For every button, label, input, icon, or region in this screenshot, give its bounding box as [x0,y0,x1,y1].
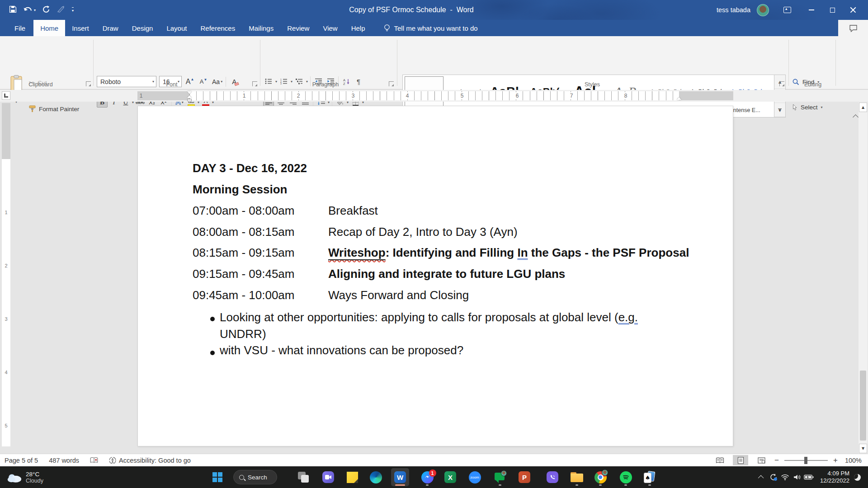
group-divider [93,40,94,86]
page-indicator[interactable]: Page 5 of 5 [5,457,38,464]
tab-draw[interactable]: Draw [96,20,125,36]
taskbar-chat[interactable] [319,468,337,486]
styles-more-button[interactable]: ▼ [774,103,785,117]
tab-home[interactable]: Home [33,20,65,36]
volume-icon[interactable] [791,466,803,488]
zoom-out-button[interactable]: − [774,456,779,465]
zoom-slider[interactable] [784,460,828,461]
select-dropdown-icon: ▾ [821,105,823,109]
taskbar-word[interactable]: W [391,468,409,486]
battery-icon[interactable] [803,466,815,488]
close-button[interactable] [843,0,868,20]
cursor-icon [793,104,797,111]
hanging-indent-marker[interactable] [187,93,192,98]
word-count[interactable]: 487 words [49,457,79,464]
zoom-in-button[interactable]: + [833,456,838,465]
read-mode-button[interactable] [712,455,727,465]
clipboard-dialog-launcher[interactable] [86,81,91,86]
status-bar: Page 5 of 5 487 words Accessibility: Goo… [0,454,868,466]
tab-help[interactable]: Help [344,20,372,36]
tab-view[interactable]: View [316,20,344,36]
tab-references[interactable]: References [193,20,242,36]
wifi-icon[interactable] [779,466,791,488]
paragraph-dialog-launcher[interactable] [389,81,394,86]
clipboard-group-label: Clipboard [14,81,68,88]
taskbar-sticky-notes[interactable] [343,468,361,486]
taskbar-file-explorer[interactable] [568,468,586,486]
taskbar-viber[interactable] [543,468,561,486]
tray-overflow-button[interactable] [756,466,768,488]
status-right: − + 100% [712,454,862,466]
comments-corner [838,20,868,36]
scroll-up-button[interactable]: ▲ [859,103,867,112]
weather-widget[interactable]: 28°C Cloudy [6,466,43,488]
taskbar-solitaire[interactable]: ♠ [641,468,659,486]
proofing-errors-button[interactable] [90,457,98,464]
save-button[interactable] [9,5,17,15]
taskbar-google-chat[interactable] [491,468,509,486]
taskbar-excel[interactable]: X [441,468,459,486]
change-case-button[interactable]: Aa▾ [212,76,223,87]
tab-insert[interactable]: Insert [65,20,96,36]
zoom-level[interactable]: 100% [845,457,862,464]
taskbar-search[interactable]: Search [233,470,277,484]
numbering-button[interactable]: 123 [278,76,289,87]
bullets-button[interactable] [263,76,274,87]
bullets-dropdown-icon[interactable]: ▾ [275,80,277,84]
ribbon-display-options-button[interactable] [783,7,791,13]
print-layout-button[interactable] [733,455,748,465]
clock[interactable]: 4:09 PM 12/22/2022 [820,470,849,484]
taskbar-zoom[interactable]: zoom [466,468,484,486]
taskbar-messenger[interactable]: 1 [418,468,436,486]
user-name[interactable]: tess tabada [717,6,750,14]
font-dialog-launcher[interactable] [252,81,257,86]
do-not-disturb-moon-icon[interactable] [854,474,861,481]
comment-icon[interactable] [849,24,858,32]
redo-button[interactable] [42,5,50,15]
zoom-app-icon: zoom [469,471,481,483]
task-view-button[interactable] [294,468,312,486]
tab-mailings[interactable]: Mailings [242,20,280,36]
tab-selector[interactable] [2,91,10,100]
vertical-scrollbar[interactable]: ▲ ▼ [859,102,868,454]
schedule-desc: Writeshop: Identifying and Filling In th… [328,246,689,260]
ruler-number: 5 [459,92,465,99]
taskbar-chrome[interactable] [591,468,609,486]
document-page[interactable]: DAY 3 - Dec 16, 2022 Morning Session 07:… [137,106,733,446]
styles-dialog-launcher[interactable] [779,81,784,86]
undo-dropdown-icon[interactable]: ▾ [34,8,36,12]
tell-me-box[interactable]: Tell me what you want to do [384,20,478,36]
clear-formatting-button[interactable]: A [229,76,240,87]
user-avatar[interactable] [757,4,769,16]
svg-text:3: 3 [280,82,282,84]
scroll-down-button[interactable]: ▼ [859,444,867,453]
zoom-slider-thumb[interactable] [804,457,807,464]
tab-layout[interactable]: Layout [160,20,193,36]
scrollbar-thumb[interactable] [860,371,866,441]
tab-design[interactable]: Design [125,20,160,36]
minimize-button[interactable] [801,0,822,20]
format-painter-button[interactable]: Format Painter [29,104,79,114]
tell-me-label: Tell me what you want to do [394,24,478,32]
accessibility-status[interactable]: Accessibility: Good to go [109,457,191,464]
tab-review[interactable]: Review [280,20,316,36]
start-button[interactable] [208,468,226,486]
taskbar-powerpoint[interactable]: P [515,468,533,486]
user-area: tess tabada [717,0,868,20]
qat-customize-button[interactable]: ▾ [72,7,74,13]
taskbar-edge[interactable] [367,468,385,486]
window-title: Copy of PSF Ormoc Schedule - Word [253,0,570,20]
taskbar-spotify[interactable] [617,468,635,486]
sync-update-icon[interactable] [768,466,779,488]
restore-button[interactable] [822,0,843,20]
select-button[interactable]: Select ▾ [793,102,823,112]
schedule-row: 08:00am - 08:15am Recap of Day 2, Intro … [138,225,733,244]
tab-file[interactable]: File [6,20,33,36]
group-divider [835,40,836,86]
web-layout-button[interactable] [754,455,769,465]
numbering-dropdown-icon[interactable]: ▾ [291,80,292,84]
undo-button[interactable]: ▾ [24,7,36,14]
underlined-word: Writeshop [328,246,386,259]
right-indent-marker[interactable] [677,95,681,100]
left-indent-marker[interactable] [187,99,192,101]
